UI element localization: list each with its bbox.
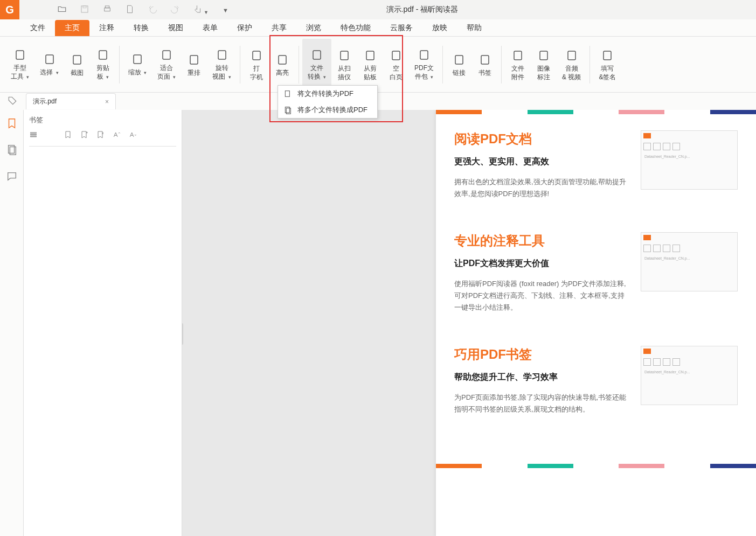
bm-collapse-icon[interactable] [64, 130, 72, 141]
ribbon-label: 旋转 视图 ▾ [212, 64, 231, 81]
menu-tab-7[interactable]: 共享 [262, 20, 296, 36]
section-subheading: 更强大、更实用、更高效 [454, 156, 630, 168]
svg-rect-23 [568, 51, 575, 60]
bm-font-down-icon[interactable] [128, 130, 137, 141]
ribbon-填写&签名[interactable]: 填写 &签名 [593, 39, 621, 90]
bm-font-up-icon[interactable] [112, 130, 121, 141]
ribbon-icon [249, 48, 264, 63]
ribbon-适合页面[interactable]: 适合 页面 ▾ [152, 39, 181, 90]
touch-mode-icon[interactable]: ▼ [193, 4, 209, 16]
close-tab-icon[interactable]: × [105, 98, 109, 106]
svg-rect-31 [31, 134, 37, 135]
svg-rect-5 [46, 55, 53, 64]
undo-icon[interactable] [148, 4, 157, 16]
menu-tab-5[interactable]: 表单 [193, 20, 227, 36]
svg-rect-3 [105, 6, 109, 8]
bm-add-icon[interactable] [80, 130, 88, 141]
dropdown-item-0[interactable]: 将文件转换为PDF [278, 86, 377, 102]
svg-rect-30 [31, 133, 37, 133]
print-icon[interactable] [102, 4, 112, 16]
ribbon-icon [389, 48, 404, 63]
page-icon[interactable] [125, 4, 135, 16]
redo-icon[interactable] [170, 4, 180, 16]
ribbon-空白页[interactable]: 空 白页 [383, 39, 409, 90]
save-icon[interactable] [80, 4, 89, 16]
ribbon-选择[interactable]: 选择 ▾ [34, 39, 64, 90]
menu-tab-1[interactable]: 主页 [55, 20, 89, 36]
section-subheading: 帮助您提升工作、学习效率 [454, 372, 630, 383]
menu-tab-11[interactable]: 放映 [422, 20, 457, 36]
svg-rect-7 [99, 51, 107, 59]
collapse-handle[interactable] [182, 323, 183, 345]
svg-rect-11 [218, 51, 226, 59]
ribbon-PDF文件包[interactable]: PDF文 件包 ▾ [409, 39, 439, 90]
comments-icon[interactable] [6, 170, 18, 184]
section-body: 拥有出色的文档渲染效果,强大的页面管理功能,帮助提升效率,是您阅读PDF的理想选… [454, 176, 630, 200]
ribbon-label: 缩放 ▾ [128, 68, 147, 77]
ribbon-剪贴板[interactable]: 剪贴 板 ▾ [90, 39, 116, 90]
svg-rect-8 [134, 55, 141, 64]
ribbon-label: 手型 工具 ▾ [11, 64, 29, 81]
menu-tabs: 文件主页注释转换视图表单保护共享浏览特色功能云服务放映帮助 [0, 19, 756, 37]
bookmarks-panel-title: 书签 [29, 115, 176, 125]
ribbon-缩放[interactable]: 缩放 ▾ [123, 39, 152, 90]
menu-tab-2[interactable]: 注释 [89, 20, 124, 36]
section-body: 使用福昕PDF阅读器 (foxit reader) 为PDF文件添加注释,可对P… [454, 278, 630, 314]
ribbon-label: 打 字机 [250, 64, 263, 81]
ribbon-打字机[interactable]: 打 字机 [244, 39, 269, 90]
customize-icon[interactable]: ▼ [221, 6, 228, 14]
menu-tab-4[interactable]: 视图 [158, 20, 193, 36]
ribbon-书签[interactable]: 书签 [472, 39, 498, 90]
open-icon[interactable] [57, 4, 67, 16]
ribbon-从扫描仪[interactable]: 从扫 描仪 [331, 39, 357, 90]
dropdown-item-1[interactable]: 将多个文件转换成PDF [278, 102, 377, 118]
section-heading: 专业的注释工具 [454, 232, 630, 249]
ribbon-icon [417, 47, 432, 62]
bm-delete-icon[interactable] [96, 130, 105, 141]
tag-icon[interactable] [8, 96, 17, 106]
page-content: 阅读PDF文档更强大、更实用、更高效拥有出色的文档渲染效果,强大的页面管理功能,… [436, 114, 756, 464]
menu-tab-0[interactable]: 文件 [20, 20, 55, 36]
document-tab[interactable]: 演示.pdf × [26, 93, 116, 109]
svg-rect-20 [481, 55, 489, 64]
ribbon-高亮[interactable]: 高亮 [269, 39, 295, 90]
ribbon-label: 音频 & 视频 [562, 64, 581, 81]
svg-rect-14 [313, 51, 321, 59]
svg-rect-12 [253, 51, 260, 60]
menu-tab-12[interactable]: 帮助 [457, 20, 491, 36]
menu-tab-10[interactable]: 云服务 [380, 20, 422, 36]
ribbon-截图[interactable]: 截图 [64, 39, 90, 90]
ribbon-label: 填写 &签名 [599, 64, 616, 81]
svg-rect-18 [420, 51, 428, 59]
ribbon-手型工具[interactable]: 手型 工具 ▾ [5, 39, 34, 90]
ribbon-图像标注[interactable]: 图像 标注 [531, 39, 557, 90]
svg-rect-17 [392, 51, 400, 60]
ribbon-链接[interactable]: 链接 [446, 39, 472, 90]
ribbon: 手型 工具 ▾选择 ▾截图剪贴 板 ▾缩放 ▾适合 页面 ▾重排旋转 视图 ▾打… [0, 37, 756, 93]
ribbon-重排[interactable]: 重排 [181, 39, 207, 90]
menu-tab-8[interactable]: 浏览 [296, 20, 331, 36]
svg-rect-10 [190, 55, 198, 64]
ribbon-音频& 视频[interactable]: 音频 & 视频 [557, 39, 586, 90]
ribbon-文件附件[interactable]: 文件 附件 [505, 39, 531, 90]
ribbon-icon [70, 52, 85, 67]
svg-rect-16 [366, 51, 374, 60]
ribbon-icon [130, 52, 145, 67]
ribbon-文件转换[interactable]: 文件 转换 ▾ [302, 39, 331, 90]
ribbon-icon [186, 52, 202, 67]
bm-options-icon[interactable] [29, 130, 38, 141]
ribbon-旋转视图[interactable]: 旋转 视图 ▾ [207, 39, 236, 90]
svg-rect-6 [73, 55, 81, 64]
decorative-colorbar [436, 110, 756, 114]
ribbon-label: 从剪 贴板 [364, 64, 377, 81]
ribbon-从剪贴板[interactable]: 从剪 贴板 [357, 39, 383, 90]
app-logo: G [0, 0, 19, 19]
menu-tab-9[interactable]: 特色功能 [331, 20, 380, 36]
bookmarks-icon[interactable] [6, 117, 18, 131]
pages-icon[interactable] [6, 144, 18, 157]
menu-tab-6[interactable]: 保护 [227, 20, 262, 36]
window-title: 演示.pdf - 福昕阅读器 [228, 5, 616, 15]
menu-tab-3[interactable]: 转换 [124, 20, 158, 36]
ribbon-icon [600, 48, 615, 63]
ribbon-icon [95, 47, 110, 62]
